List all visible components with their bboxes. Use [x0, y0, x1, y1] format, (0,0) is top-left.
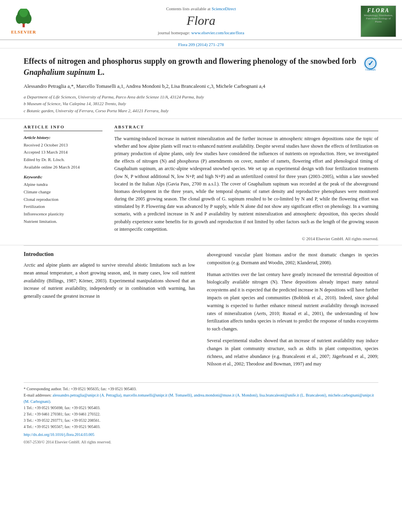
- article-title: Effects of nitrogen and phosphorus suppl…: [24, 56, 357, 78]
- affiliations: a Department of Life Sciences, Universit…: [24, 94, 378, 115]
- svg-text:✓: ✓: [368, 59, 374, 67]
- keyword-1: Alpine tundra: [24, 181, 102, 188]
- footnote-2: 2 Tel.: +39 0461 270381; fax: +39 0461 2…: [24, 411, 378, 417]
- main-body: Introduction Arctic and alpine plants ar…: [0, 246, 402, 378]
- journal-cover: FLORA Morphology, Distribution,Functiona…: [355, 3, 402, 39]
- affiliation-a: a Department of Life Sciences, Universit…: [24, 94, 378, 101]
- article-history-label: Article history:: [24, 135, 102, 140]
- article-info-abstract-section: ARTICLE INFO Article history: Received 2…: [0, 119, 402, 245]
- svg-text:CrossMark: CrossMark: [365, 69, 376, 71]
- keyword-3: Clonal reproduction: [24, 196, 102, 203]
- article-header: Effects of nitrogen and phosphorus suppl…: [0, 48, 402, 119]
- journal-info-center: Contents lists available at ScienceDirec…: [47, 3, 355, 39]
- intro-para-right-1: aboveground vascular plant biomass and/o…: [207, 251, 378, 267]
- intro-para-1: Arctic and alpine plants are adapted to …: [24, 261, 195, 300]
- journal-homepage: journal homepage: www.elsevier.com/locat…: [158, 30, 244, 35]
- doi-footer: http://dx.doi.org/10.1016/j.flora.2014.0…: [0, 430, 402, 439]
- page: ELSEVIER Contents lists available at Sci…: [0, 0, 402, 448]
- edited-by: Edited by Dr. R. Lösch.: [24, 156, 102, 163]
- homepage-url[interactable]: www.elsevier.com/locate/flora: [191, 30, 244, 35]
- keyword-4: Fertilization: [24, 203, 102, 210]
- footnote-4: 4 Tel.: +39 0521 905567; fax: +39 0521 9…: [24, 424, 378, 430]
- body-columns: Introduction Arctic and alpine plants ar…: [24, 251, 378, 372]
- doi-header-line: Flora 209 (2014) 271–278: [0, 40, 402, 48]
- elsevier-logo: ELSEVIER: [11, 9, 36, 34]
- footnotes-section: * Corresponding author. Tel.: +39 0521 9…: [24, 382, 378, 430]
- flora-cover-title: FLORA: [367, 7, 390, 14]
- keyword-6: Nutrient limitation.: [24, 218, 102, 225]
- accepted-date: Accepted 13 March 2014: [24, 148, 102, 156]
- email-link[interactable]: alessandro.petraglia@unipr.it (A. Petrag…: [24, 393, 374, 404]
- body-right-column: aboveground vascular plant biomass and/o…: [207, 251, 378, 372]
- crossmark-icon: ✓ CrossMark: [363, 56, 378, 71]
- footnote-1: 1 Tel.: +39 0521 905698; fax: +39 0521 9…: [24, 405, 378, 411]
- abstract-heading: ABSTRACT: [114, 124, 378, 131]
- journal-title: Flora: [187, 13, 216, 28]
- footnote-3: 3 Tel.: +39 0532 293771; fax: +39 0532 2…: [24, 417, 378, 424]
- elsevier-label: ELSEVIER: [11, 30, 36, 34]
- abstract-column: ABSTRACT The warming-induced increase in…: [114, 124, 378, 241]
- elsevier-tree-icon: [12, 9, 35, 28]
- elsevier-branding: ELSEVIER: [0, 3, 47, 39]
- article-title-row: Effects of nitrogen and phosphorus suppl…: [24, 56, 378, 78]
- authors: Alessandro Petraglia a,*, Marcello Tomas…: [24, 82, 378, 91]
- flora-cover-image: FLORA Morphology, Distribution,Functiona…: [361, 6, 396, 37]
- affiliation-b: b Museum of Science, Via Calepina 14, 38…: [24, 100, 378, 108]
- corresponding-author: * Corresponding author. Tel.: +39 0521 9…: [24, 386, 378, 392]
- copyright-footer: 0367-2530/© 2014 Elsevier GmbH. All righ…: [0, 439, 402, 448]
- keyword-5: Inflorescence plasticity: [24, 210, 102, 218]
- flora-cover-subtitle: Morphology, Distribution,Functional Ecol…: [363, 14, 394, 23]
- journal-header: ELSEVIER Contents lists available at Sci…: [0, 0, 402, 40]
- contents-available: Contents lists available at ScienceDirec…: [166, 6, 236, 11]
- copyright-notice: © 2014 Elsevier GmbH. All rights reserve…: [114, 236, 378, 241]
- email-addresses: E-mail addresses: alessandro.petraglia@u…: [24, 392, 378, 405]
- article-info-heading: ARTICLE INFO: [24, 124, 102, 131]
- article-info-column: ARTICLE INFO Article history: Received 2…: [24, 124, 102, 241]
- keywords-label: Keywords:: [24, 174, 102, 179]
- received-date: Received 2 October 2013: [24, 141, 102, 149]
- available-online: Available online 26 March 2014: [24, 163, 102, 171]
- body-left-column: Introduction Arctic and alpine plants ar…: [24, 251, 195, 372]
- abstract-text: The warming-induced increase in nutrient…: [114, 135, 378, 233]
- affiliation-c: c Botanic garden, University of Ferrara,…: [24, 108, 378, 115]
- keyword-2: Climate change: [24, 188, 102, 196]
- introduction-heading: Introduction: [24, 251, 195, 258]
- intro-para-right-3: Several experimental studies showed that…: [207, 337, 378, 368]
- sciencedirect-link[interactable]: ScienceDirect: [212, 6, 236, 11]
- intro-para-right-2: Human activities over the last century h…: [207, 271, 378, 333]
